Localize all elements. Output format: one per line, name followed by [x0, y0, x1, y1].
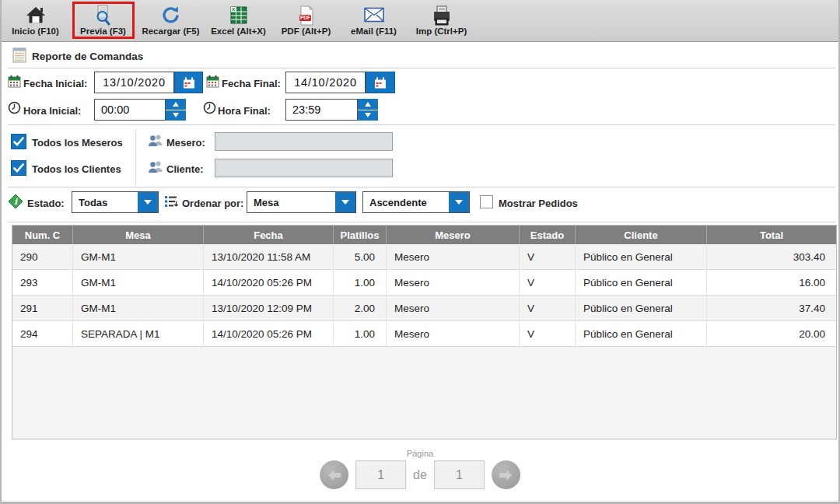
- estado-dropdown[interactable]: Todas: [72, 191, 159, 213]
- fecha-final-label: Fecha Final:: [222, 78, 281, 89]
- direccion-dropdown[interactable]: Ascendente: [362, 191, 470, 213]
- total-pages-input[interactable]: 1: [434, 460, 485, 489]
- toolbar: Inicio (F10)Previa (F3)Recargar (F5)XExc…: [2, 0, 838, 42]
- cell-mesa: SEPARADA | M1: [73, 321, 204, 346]
- table-header-estado: Estado: [520, 226, 576, 244]
- todos-los-clientes-label: Todos los Clientes: [32, 163, 121, 175]
- toolbar-button-imp[interactable]: Imp (Ctrl+P): [408, 0, 475, 41]
- table-header-total: Total: [707, 226, 836, 244]
- cell-estado: V: [520, 321, 576, 346]
- chevron-down-icon: [455, 200, 463, 205]
- spinner-down-button[interactable]: [358, 110, 378, 121]
- next-page-button[interactable]: [492, 460, 520, 489]
- cell-cliente: Público en General: [576, 321, 707, 346]
- table-row[interactable]: 293GM-M114/10/2020 05:26 PM1.00MeseroVPú…: [12, 270, 836, 296]
- estado-info-icon: i: [8, 194, 23, 212]
- ordenar-por-dropdown[interactable]: Mesa: [247, 191, 356, 213]
- cell-fecha: 13/10/2020 12:09 PM: [204, 296, 334, 320]
- cliente-label: Cliente:: [166, 163, 204, 175]
- table-header-mesa: Mesa: [73, 226, 204, 244]
- fecha-final-calendar-button[interactable]: [366, 72, 395, 93]
- cell-estado: V: [520, 244, 576, 269]
- cell-mesero: Mesero: [387, 296, 520, 320]
- cell-num: 291: [12, 296, 73, 320]
- cell-mesero: Mesero: [387, 244, 520, 269]
- check-icon: [13, 137, 24, 146]
- hora-final-input[interactable]: 23:59: [285, 99, 358, 121]
- up-arrow-icon: [173, 102, 179, 107]
- fecha-inicial-calendar-button[interactable]: [174, 72, 203, 93]
- toolbar-button-pdf[interactable]: PDFPDF (Alt+P): [272, 0, 340, 41]
- mesero-label: Mesero:: [166, 137, 205, 149]
- cell-fecha: 13/10/2020 11:58 AM: [204, 244, 334, 269]
- cell-mesa: GM-M1: [73, 296, 204, 320]
- table-row[interactable]: 291GM-M113/10/2020 12:09 PM2.00MeseroVPú…: [12, 296, 836, 321]
- toolbar-button-inicio[interactable]: Inicio (F10): [2, 0, 69, 41]
- spinner-up-button[interactable]: [166, 99, 186, 110]
- pagination-label: Página: [320, 449, 520, 458]
- cell-fecha: 14/10/2020 05:26 PM: [204, 270, 334, 295]
- comandas-table: Num. CMesaFechaPlatillosMeseroEstadoClie…: [12, 225, 837, 439]
- calendar-icon: [8, 75, 21, 91]
- cell-total: 37.40: [707, 296, 836, 320]
- fecha-inicial-input[interactable]: 13/10/2020: [94, 72, 174, 93]
- hora-inicial-input[interactable]: 00:00: [94, 99, 166, 121]
- up-arrow-icon: [365, 102, 371, 107]
- down-arrow-icon: [365, 113, 371, 117]
- separator: [8, 187, 835, 187]
- page-title: Reporte de Comandas: [32, 51, 143, 62]
- table-header-mesero: Mesero: [387, 226, 520, 244]
- vertical-divider: [135, 129, 136, 185]
- cell-num: 290: [12, 244, 73, 269]
- cell-mesa: GM-M1: [73, 244, 204, 269]
- arrow-right-icon: [498, 469, 513, 481]
- mesero-input[interactable]: [215, 132, 393, 151]
- toolbar-button-email[interactable]: eMail (F11): [340, 0, 408, 41]
- ordenar-por-label: Ordenar por:: [182, 198, 243, 209]
- toolbar-button-label: eMail (F11): [351, 26, 397, 36]
- table-header-platillos: Platillos: [334, 226, 387, 244]
- dropdown-arrow-button[interactable]: [138, 192, 158, 212]
- arrow-left-icon: [327, 469, 342, 481]
- cell-num: 293: [12, 270, 73, 295]
- calendar-icon: [206, 75, 219, 91]
- todos-los-clientes-checkbox[interactable]: [11, 160, 26, 176]
- previous-page-button[interactable]: [320, 460, 348, 489]
- toolbar-button-label: Recargar (F5): [142, 26, 199, 36]
- email-icon: [363, 4, 385, 26]
- table-row[interactable]: 294SEPARADA | M114/10/2020 05:26 PM1.00M…: [12, 321, 836, 347]
- dropdown-arrow-button[interactable]: [335, 192, 355, 212]
- toolbar-button-previa[interactable]: Previa (F3): [69, 0, 137, 41]
- down-arrow-icon: [173, 113, 179, 117]
- todos-los-meseros-checkbox[interactable]: [11, 134, 26, 149]
- cell-cliente: Público en General: [576, 270, 707, 295]
- mostrar-pedidos-checkbox[interactable]: [480, 195, 493, 208]
- separator: [8, 222, 835, 222]
- toolbar-button-excel[interactable]: XExcel (Alt+X): [205, 0, 272, 41]
- fecha-inicial-label: Fecha Inicial:: [23, 78, 87, 89]
- svg-text:PDF: PDF: [300, 15, 310, 20]
- cell-estado: V: [520, 296, 576, 320]
- fecha-final-input[interactable]: 14/10/2020: [285, 72, 366, 93]
- cell-total: 20.00: [707, 321, 836, 346]
- home-icon: [26, 4, 46, 26]
- page-separator-text: de: [413, 468, 427, 482]
- cell-cliente: Público en General: [576, 244, 707, 269]
- calendar-picker-icon: [183, 77, 195, 89]
- cliente-input[interactable]: [215, 159, 393, 177]
- table-row[interactable]: 290GM-M113/10/2020 11:58 AM5.00MeseroVPú…: [12, 244, 836, 270]
- cell-cliente: Público en General: [576, 296, 707, 320]
- toolbar-button-label: Imp (Ctrl+P): [416, 26, 467, 36]
- table-header-fecha: Fecha: [204, 226, 334, 244]
- svg-text:X: X: [232, 7, 235, 12]
- current-page-input[interactable]: 1: [355, 460, 406, 489]
- spinner-down-button[interactable]: [166, 110, 186, 121]
- hora-inicial-label: Hora Inicial:: [23, 105, 81, 117]
- toolbar-button-recargar[interactable]: Recargar (F5): [137, 0, 205, 41]
- sort-list-icon: [164, 194, 178, 212]
- cell-total: 16.00: [707, 270, 836, 295]
- dropdown-arrow-button[interactable]: [449, 192, 469, 212]
- cell-fecha: 14/10/2020 05:26 PM: [204, 321, 334, 346]
- estado-dropdown-value: Todas: [72, 192, 138, 212]
- spinner-up-button[interactable]: [358, 99, 378, 110]
